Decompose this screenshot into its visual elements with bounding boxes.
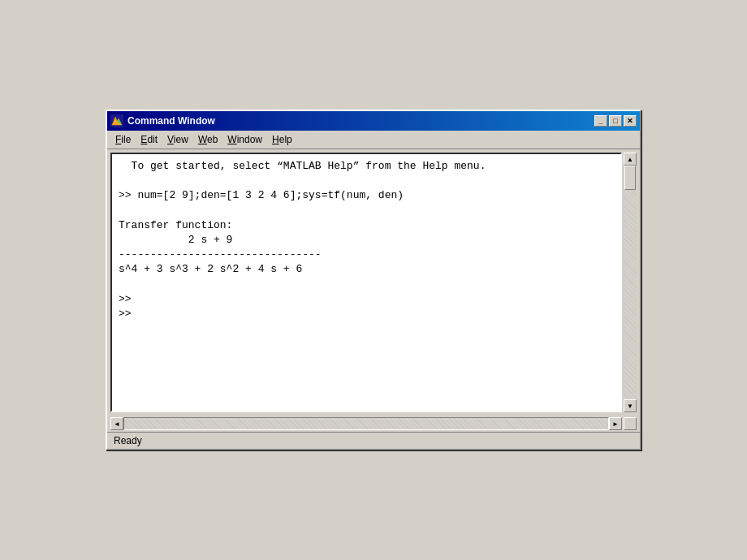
close-button[interactable]: ✕ [624, 115, 637, 127]
bottom-scroll-area: ◄ ► [107, 416, 640, 432]
scroll-thumb-v[interactable] [624, 166, 636, 190]
scroll-right-button[interactable]: ► [609, 417, 622, 430]
horizontal-scrollbar: ◄ ► [110, 417, 622, 430]
command-window: Command Window _ □ ✕ File Edit View Web … [106, 110, 641, 450]
terminal-line-7: s^4 + 3 s^3 + 2 s^2 + 4 s + 6 [119, 262, 614, 277]
menu-edit[interactable]: Edit [136, 132, 162, 147]
terminal-line-5: 2 s + 9 [119, 233, 614, 248]
scroll-corner [624, 417, 637, 430]
minimize-button[interactable]: _ [594, 115, 607, 127]
matlab-icon [110, 114, 123, 127]
window-title: Command Window [127, 115, 215, 127]
terminal-separator: -------------------------------- [119, 248, 614, 262]
menu-view[interactable]: View [162, 132, 193, 147]
menu-bar: File Edit View Web Window Help [107, 131, 640, 149]
scroll-track-h[interactable] [123, 417, 609, 430]
scroll-track-v[interactable] [624, 166, 637, 399]
title-bar-left: Command Window [110, 114, 215, 127]
terminal-line-1 [119, 174, 614, 188]
scroll-left-button[interactable]: ◄ [110, 417, 123, 430]
terminal-line-3 [119, 204, 614, 218]
terminal-line-10: >> [119, 307, 614, 321]
menu-help[interactable]: Help [267, 132, 297, 147]
terminal-line-4: Transfer function: [119, 218, 614, 233]
menu-window[interactable]: Window [222, 132, 267, 147]
title-bar-buttons: _ □ ✕ [594, 115, 637, 127]
terminal-line-0: To get started, select “MATLAB Help” fro… [119, 159, 614, 174]
terminal-line-8 [119, 278, 614, 292]
status-text: Ready [114, 435, 142, 446]
terminal-output[interactable]: To get started, select “MATLAB Help” fro… [110, 153, 622, 412]
menu-file[interactable]: File [110, 132, 136, 147]
scroll-up-button[interactable]: ▲ [624, 153, 637, 166]
vertical-scrollbar: ▲ ▼ [624, 153, 637, 412]
scroll-down-button[interactable]: ▼ [624, 399, 637, 412]
menu-web[interactable]: Web [193, 132, 222, 147]
terminal-line-2: >> num=[2 9];den=[1 3 2 4 6];sys=tf(num,… [119, 188, 614, 203]
content-area: To get started, select “MATLAB Help” fro… [107, 149, 640, 416]
title-bar: Command Window _ □ ✕ [107, 111, 640, 131]
terminal-line-9: >> [119, 292, 614, 307]
maximize-button[interactable]: □ [609, 115, 622, 127]
status-bar: Ready [107, 432, 640, 449]
